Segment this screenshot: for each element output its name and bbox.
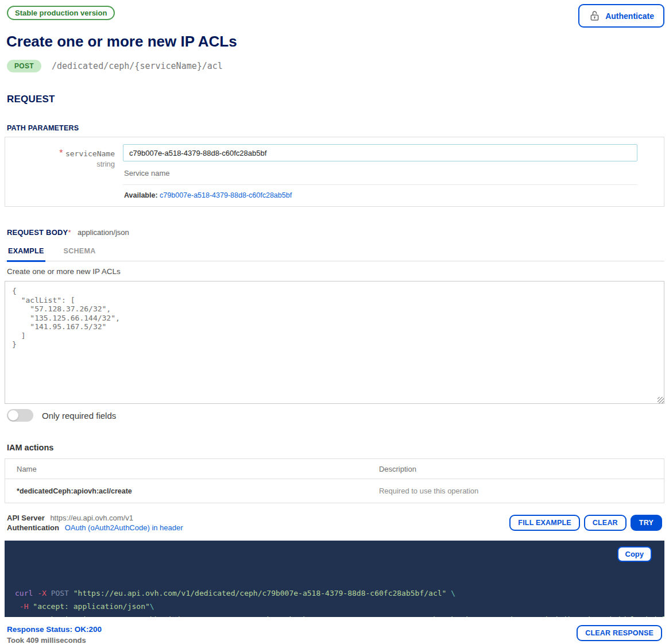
param-required-marker: * <box>59 148 63 158</box>
authenticate-button[interactable]: Authenticate <box>578 4 664 28</box>
response-status: Response Status: OK:200 <box>7 625 102 634</box>
available-label: Available: <box>124 191 158 199</box>
only-required-fields-toggle[interactable] <box>7 409 33 422</box>
required-fields-toggle-row: Only required fields <box>7 409 664 422</box>
response-status-row: Response Status: OK:200 Took 409 millise… <box>7 625 662 644</box>
column-header-description: Description <box>368 459 664 479</box>
authenticate-label: Authenticate <box>605 11 654 21</box>
topbar: Stable production version Authenticate <box>5 0 664 28</box>
endpoint-row: POST /dedicated/ceph/{serviceName}/acl <box>7 60 664 72</box>
api-server-url: https://eu.api.ovh.com/v1 <box>50 514 133 522</box>
toggle-knob <box>8 410 18 421</box>
param-available-row: Available: c79b007e-a518-4379-88d8-c60fc… <box>123 185 637 200</box>
curl-code: curl -X POST "https://eu.api.ovh.com/v1/… <box>15 587 654 617</box>
tab-schema[interactable]: SCHEMA <box>63 246 97 261</box>
request-body-required-marker: * <box>68 228 71 237</box>
curl-copy-button[interactable]: Copy <box>617 546 652 562</box>
stable-version-badge: Stable production version <box>7 6 115 20</box>
action-buttons: FILL EXAMPLE CLEAR TRY <box>509 515 662 531</box>
path-parameters-table: * serviceName string Service name Availa… <box>5 137 664 207</box>
clear-button[interactable]: CLEAR <box>584 515 627 531</box>
toggle-label: Only required fields <box>42 411 116 421</box>
column-header-name: Name <box>5 459 368 479</box>
request-body-label: REQUEST BODY <box>7 228 68 237</box>
param-name-cell: * serviceName string <box>5 144 123 200</box>
path-parameters-label: PATH PARAMETERS <box>7 124 664 132</box>
content-type-label: application/json <box>78 228 129 237</box>
request-body-row: REQUEST BODY* application/json <box>7 228 664 237</box>
iam-actions-table: Name Description *dedicatedCeph:apiovh:a… <box>5 458 664 503</box>
api-server-row: API Server https://eu.api.ovh.com/v1 Aut… <box>7 512 662 533</box>
api-console-page: Stable production version Authenticate C… <box>0 0 669 644</box>
editor-resize-grip[interactable] <box>658 397 664 403</box>
param-type: string <box>5 160 115 168</box>
param-description: Service name <box>123 161 637 185</box>
fill-example-button[interactable]: FILL EXAMPLE <box>509 515 579 531</box>
param-name: serviceName <box>65 149 115 158</box>
authentication-label: Authentication <box>7 523 59 532</box>
json-example-editor[interactable]: { "aclList": [ "57.128.37.26/32", "135.1… <box>5 281 664 404</box>
response-status-info: Response Status: OK:200 Took 409 millise… <box>7 625 102 644</box>
iam-action-description: Required to use this operation <box>368 479 664 503</box>
oauth-link[interactable]: OAuth (oAuth2AuthCode) in header <box>65 523 183 532</box>
lock-icon <box>589 10 601 22</box>
param-value-cell: Service name Available: c79b007e-a518-43… <box>123 144 664 200</box>
endpoint-path: /dedicated/ceph/{serviceName}/acl <box>52 61 223 71</box>
service-name-input[interactable] <box>123 144 637 161</box>
iam-action-name: dedicatedCeph:apiovh:acl/create <box>20 487 132 495</box>
clear-response-button[interactable]: CLEAR RESPONSE <box>577 625 662 641</box>
page-title: Create one or more new IP ACLs <box>6 33 664 51</box>
request-body-tabs: EXAMPLE SCHEMA <box>5 246 664 261</box>
response-duration: Took 409 milliseconds <box>7 636 102 644</box>
curl-code-block: Copy curl -X POST "https://eu.api.ovh.co… <box>5 541 664 617</box>
tab-example[interactable]: EXAMPLE <box>7 246 45 262</box>
http-method-badge: POST <box>7 60 41 72</box>
try-button[interactable]: TRY <box>631 515 662 531</box>
request-heading: REQUEST <box>7 94 664 105</box>
available-value-link[interactable]: c79b007e-a518-4379-88d8-c60fc28ab5bf <box>160 191 292 199</box>
api-server-label: API Server <box>7 514 45 522</box>
iam-actions-heading: IAM actions <box>7 443 664 452</box>
request-body-description: Create one or more new IP ACLs <box>5 261 664 281</box>
iam-action-row: *dedicatedCeph:apiovh:acl/create Require… <box>5 479 664 503</box>
api-info: API Server https://eu.api.ovh.com/v1 Aut… <box>7 512 183 533</box>
